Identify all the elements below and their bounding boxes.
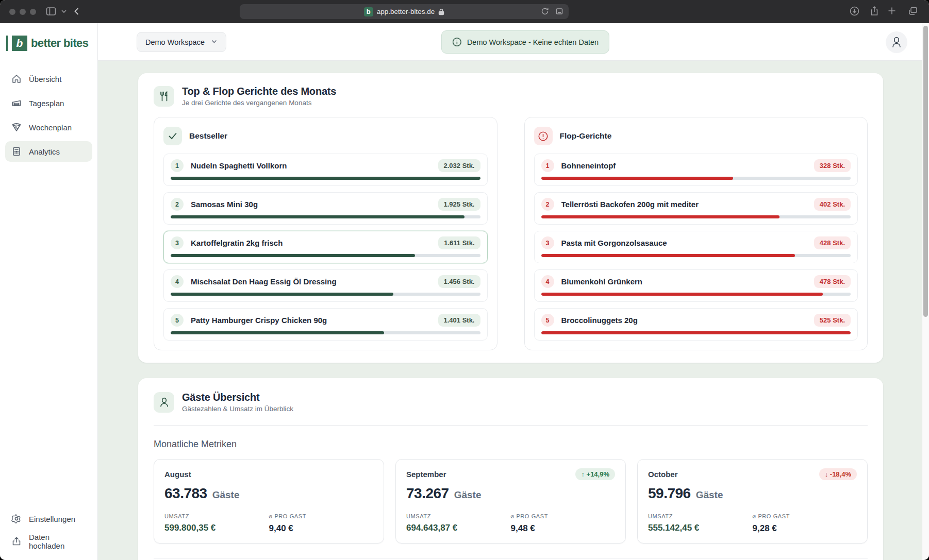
rank-badge: 1 xyxy=(171,159,184,172)
sidebar-item-wochenplan[interactable]: Wochenplan xyxy=(5,117,92,138)
browser-chrome: b app.better-bites.de xyxy=(0,0,929,23)
gear-icon xyxy=(11,514,22,524)
dish-name: Nudeln Spaghetti Vollkorn xyxy=(191,161,438,170)
site-favicon: b xyxy=(364,7,373,16)
sidebar-item-analytics[interactable]: Analytics xyxy=(5,141,92,162)
progress-track xyxy=(171,331,480,334)
dish-name: Bohneneintopf xyxy=(561,161,814,170)
count-badge: 1.456 Stk. xyxy=(438,275,480,288)
dish-row[interactable]: 3 Pasta mit Gorgonzolsasauce 428 Stk. xyxy=(534,231,858,263)
progress-fill xyxy=(541,331,851,334)
dish-row[interactable]: 1 Bohneneintopf 328 Stk. xyxy=(534,154,858,186)
topbar: Demo Workspace Demo Workspace - Keine ec… xyxy=(98,23,922,61)
back-button-icon[interactable] xyxy=(72,7,81,16)
pro-gast-label: ⌀ PRO GAST xyxy=(753,513,857,520)
dish-row[interactable]: 5 Patty Hamburger Crispy Chicken 90g 1.4… xyxy=(163,308,488,341)
progress-fill xyxy=(171,254,415,257)
rank-badge: 2 xyxy=(171,198,184,211)
dish-row[interactable]: 2 Tellerrösti Backofen 200g mit mediter … xyxy=(534,192,858,225)
dish-row[interactable]: 4 Blumenkohl Grünkern 478 Stk. xyxy=(534,269,858,302)
month-card: September ↑ +14,9% 73.267 Gäste UMSATZ 6… xyxy=(395,459,626,544)
dish-row[interactable]: 1 Nudeln Spaghetti Vollkorn 2.032 Stk. xyxy=(163,154,488,186)
check-icon xyxy=(163,127,182,145)
rank-badge: 3 xyxy=(541,236,554,249)
guests-card: Gäste Übersicht Gästezahlen & Umsatz im … xyxy=(138,378,883,560)
reload-icon[interactable] xyxy=(541,7,549,15)
chevron-down-icon[interactable] xyxy=(61,8,67,14)
dish-row[interactable]: 5 Broccolinuggets 20g 525 Stk. xyxy=(534,308,858,341)
new-tab-icon[interactable] xyxy=(887,6,897,16)
progress-track xyxy=(541,254,851,257)
user-avatar[interactable] xyxy=(886,31,907,53)
app-logo: b better bites xyxy=(0,23,97,61)
flop-list: 1 Bohneneintopf 328 Stk. 2 Tellerrösti B… xyxy=(534,154,858,341)
guests-title: Gäste Übersicht xyxy=(182,392,293,403)
close-window-button[interactable] xyxy=(9,9,15,15)
sidebar-item-daten-hochladen[interactable]: Daten hochladen xyxy=(5,531,92,552)
pro-gast-value: 9,28 € xyxy=(753,523,857,534)
sidebar-footer: Einstellungen Daten hochladen xyxy=(5,508,92,552)
downloads-icon[interactable] xyxy=(849,6,860,16)
reader-view-icon[interactable] xyxy=(555,7,563,15)
share-icon[interactable] xyxy=(869,6,880,16)
workspace-selector[interactable]: Demo Workspace xyxy=(137,32,226,52)
month-name: October xyxy=(648,470,678,479)
chevron-down-icon xyxy=(211,38,218,46)
guests-subtitle: Gästezahlen & Umsatz im Überblick xyxy=(182,405,293,413)
count-badge: 525 Stk. xyxy=(814,314,851,327)
banner-text: Demo Workspace - Keine echten Daten xyxy=(467,38,599,46)
flop-title: Flop-Gerichte xyxy=(560,131,612,141)
count-badge: 328 Stk. xyxy=(814,159,851,172)
tab-overview-icon[interactable] xyxy=(907,6,919,16)
sidebar-item-einstellungen[interactable]: Einstellungen xyxy=(5,508,92,529)
count-badge: 428 Stk. xyxy=(814,236,851,249)
trend-badge: ↑ +14,9% xyxy=(575,468,615,480)
months-grid: August 63.783 Gäste UMSATZ 599.800,35 € … xyxy=(154,459,868,544)
zoom-window-button[interactable] xyxy=(30,9,36,15)
sidebar-item-tagesplan[interactable]: Tagesplan xyxy=(5,93,92,113)
guest-label: Gäste xyxy=(212,489,240,501)
minimize-window-button[interactable] xyxy=(20,9,26,15)
count-badge: 402 Stk. xyxy=(814,198,851,211)
umsatz-label: UMSATZ xyxy=(406,513,511,519)
dish-name: Mischsalat Den Haag Essig Öl Dressing xyxy=(191,277,438,286)
progress-track xyxy=(541,215,851,218)
rank-badge: 5 xyxy=(541,314,554,327)
dish-row[interactable]: 4 Mischsalat Den Haag Essig Öl Dressing … xyxy=(163,269,488,302)
progress-fill xyxy=(541,215,779,218)
trend-badge: ↓ -18,4% xyxy=(819,468,857,480)
progress-fill xyxy=(171,331,384,334)
pro-gast-value: 9,40 € xyxy=(269,523,374,534)
window-controls[interactable] xyxy=(9,9,36,15)
progress-fill xyxy=(541,177,733,180)
count-badge: 1.611 Stk. xyxy=(438,236,480,249)
progress-track xyxy=(541,293,851,296)
sidebar-item-übersicht[interactable]: Übersicht xyxy=(5,69,92,89)
page-scrollbar[interactable] xyxy=(922,23,929,560)
rank-badge: 4 xyxy=(171,275,184,288)
flop-panel: Flop-Gerichte 1 Bohneneintopf 328 Stk. 2… xyxy=(524,117,868,350)
dish-name: Blumenkohl Grünkern xyxy=(561,277,814,286)
person-icon xyxy=(891,36,902,48)
progress-track xyxy=(541,177,851,180)
progress-fill xyxy=(541,293,823,296)
logo-mark-bar xyxy=(6,36,8,51)
scrollbar-thumb[interactable] xyxy=(923,26,928,317)
upload-icon xyxy=(11,536,22,547)
progress-track xyxy=(171,293,480,296)
sidebar-toggle-icon[interactable] xyxy=(45,6,57,17)
logo-mark-icon: b xyxy=(12,36,27,51)
progress-fill xyxy=(171,293,393,296)
top-flop-card: Top & Flop Gerichte des Monats Je drei G… xyxy=(138,73,883,363)
dish-row[interactable]: 2 Samosas Mini 30g 1.925 Stk. xyxy=(163,192,488,225)
progress-fill xyxy=(541,254,795,257)
address-bar[interactable]: b app.better-bites.de xyxy=(240,4,569,19)
progress-fill xyxy=(171,177,480,180)
guest-count: 63.783 xyxy=(164,485,207,502)
progress-track xyxy=(171,254,480,257)
count-badge: 478 Stk. xyxy=(814,275,851,288)
monthly-metrics-title: Monatliche Metriken xyxy=(154,439,868,450)
dish-row[interactable]: 3 Kartoffelgratin 2kg frisch 1.611 Stk. xyxy=(163,231,488,263)
rank-badge: 2 xyxy=(541,198,554,211)
divider xyxy=(154,425,868,426)
